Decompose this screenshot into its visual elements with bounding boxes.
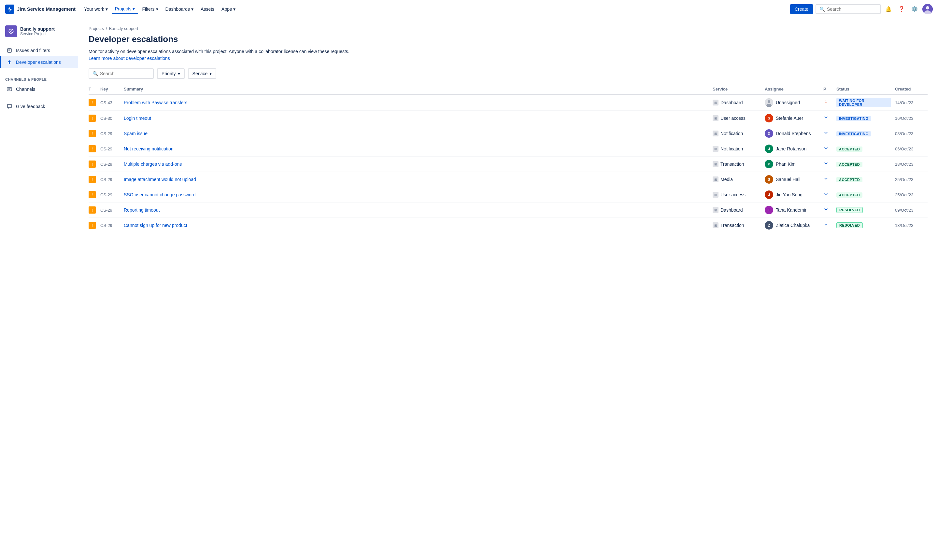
issue-summary-link[interactable]: Problem with Paywise transfers (124, 100, 187, 105)
created-date: 16/Oct/23 (895, 116, 913, 121)
table-row: !CS-29Not receiving notification⊞Notific… (89, 141, 927, 157)
avatar (765, 98, 773, 107)
avatar: S (765, 175, 773, 184)
col-header-summary: Summary (124, 84, 713, 94)
logo-text: Jira Service Management (17, 6, 75, 12)
table-header: T Key Summary Service Assignee P Status … (89, 84, 927, 94)
priority-icon (823, 192, 829, 198)
issue-summary-link[interactable]: Multiple charges via add-ons (124, 162, 182, 167)
avatar: P (765, 160, 773, 168)
issue-key: CS-29 (100, 131, 112, 136)
issues-icon (6, 47, 13, 54)
created-date: 18/Oct/23 (895, 162, 913, 167)
avatar: J (765, 145, 773, 153)
logo[interactable]: Jira Service Management (5, 5, 75, 14)
nav-filters[interactable]: Filters ▾ (139, 5, 161, 14)
nav-projects[interactable]: Projects ▾ (112, 4, 139, 14)
status-badge: RESOLVED (836, 207, 863, 213)
issue-summary-link[interactable]: Cannot sign up for new product (124, 223, 187, 228)
sidebar-item-feedback[interactable]: Give feedback (0, 101, 78, 112)
assignee-cell: TTaha Kandemir (765, 206, 819, 214)
assignee-name: Taha Kandemir (776, 208, 806, 212)
nav-assets[interactable]: Assets (197, 5, 217, 14)
nav-apps[interactable]: Apps ▾ (218, 5, 239, 14)
learn-more-link[interactable]: Learn more about developer escalations (89, 56, 170, 61)
notifications-button[interactable]: 🔔 (883, 4, 894, 14)
priority-filter[interactable]: Priority ▾ (157, 68, 185, 79)
feedback-icon (6, 103, 13, 110)
sidebar-item-escalations[interactable]: Developer escalations (0, 56, 78, 68)
issue-summary-link[interactable]: Spam issue (124, 131, 148, 136)
topnav-nav: Your work ▾ Projects ▾ Filters ▾ Dashboa… (81, 4, 239, 14)
assignee-name: Jie Yan Song (776, 192, 802, 197)
status-badge: INVESTIGATING (836, 116, 871, 121)
search-input[interactable] (827, 6, 877, 12)
col-header-service: Service (713, 84, 765, 94)
sidebar-item-channels-label: Channels (16, 87, 35, 92)
assignee-cell: PPhan Kim (765, 160, 819, 168)
issue-key: CS-30 (100, 116, 112, 121)
status-badge: INVESTIGATING (836, 131, 871, 137)
filter-search-box[interactable]: 🔍 (89, 68, 154, 79)
issue-type-icon: ! (89, 206, 96, 214)
search-icon: 🔍 (819, 6, 825, 12)
service-filter[interactable]: Service ▾ (188, 68, 217, 79)
sidebar-item-feedback-label: Give feedback (16, 104, 45, 109)
priority-icon (823, 131, 829, 137)
user-avatar[interactable] (923, 4, 933, 14)
issue-summary-link[interactable]: Not receiving notification (124, 146, 174, 151)
issue-summary-link[interactable]: Reporting timeout (124, 208, 160, 212)
sidebar-item-channels[interactable]: Channels (0, 83, 78, 95)
assignee-name: Zlatica Chalupka (776, 223, 810, 228)
status-badge: ACCEPTED (836, 162, 863, 167)
issue-key: CS-29 (100, 146, 112, 151)
issue-summary-link[interactable]: Login timeout (124, 115, 151, 121)
filter-search-input[interactable] (100, 71, 150, 76)
service-name: Dashboard (721, 208, 743, 212)
service-icon: ⊞ (713, 207, 718, 213)
nav-dashboards[interactable]: Dashboards ▾ (162, 5, 197, 14)
filter-search-icon: 🔍 (92, 71, 98, 76)
nav-your-work[interactable]: Your work ▾ (81, 5, 111, 14)
sidebar-item-issues[interactable]: Issues and filters (0, 45, 78, 56)
issue-summary-link[interactable]: Image attachment would not upload (124, 177, 196, 182)
status-badge: RESOLVED (836, 222, 863, 228)
table-row: !CS-29Reporting timeout⊞DashboardTTaha K… (89, 203, 927, 218)
chevron-down-icon: ▾ (191, 6, 194, 12)
created-date: 09/Oct/23 (895, 208, 913, 212)
issue-summary-link[interactable]: SSO user cannot change password (124, 192, 196, 197)
col-header-t: T (89, 84, 100, 94)
service-cell: ⊞Transaction (713, 222, 761, 228)
service-icon: ⊞ (713, 115, 718, 121)
priority-icon (823, 100, 829, 106)
table-row: !CS-29Spam issue⊞NotificationDDonald Ste… (89, 126, 927, 141)
main-content: Projects / Banc.ly support Developer esc… (78, 18, 938, 560)
breadcrumb-project-name[interactable]: Banc.ly support (109, 26, 139, 31)
assignee-name: Jane Rotanson (776, 146, 806, 151)
help-button[interactable]: ❓ (896, 4, 907, 14)
chevron-down-icon: ▾ (178, 71, 180, 76)
priority-icon (823, 146, 829, 152)
assignee-name: Phan Kim (776, 162, 796, 167)
issue-type-icon: ! (89, 191, 96, 198)
create-button[interactable]: Create (790, 4, 813, 14)
status-badge: ACCEPTED (836, 177, 863, 182)
issue-key: CS-29 (100, 192, 112, 197)
settings-button[interactable]: ⚙️ (909, 4, 920, 14)
col-header-status: Status (836, 84, 895, 94)
service-name: Notification (721, 131, 743, 136)
channels-section-title: CHANNELS & PEOPLE (0, 74, 78, 83)
assignee-name: Stefanie Auer (776, 115, 803, 121)
assignee-cell: SSamuel Hall (765, 175, 819, 184)
service-name: Media (721, 177, 733, 182)
assignee-name: Donald Stephens (776, 131, 811, 136)
table-row: !CS-43Problem with Paywise transfers⊞Das… (89, 94, 927, 111)
search-bar[interactable]: 🔍 (816, 4, 881, 14)
service-icon: ⊞ (713, 100, 718, 106)
service-icon: ⊞ (713, 222, 718, 228)
avatar: S (765, 114, 773, 122)
project-icon (5, 25, 17, 37)
page-title: Developer escalations (89, 34, 927, 44)
avatar: T (765, 206, 773, 214)
breadcrumb-projects[interactable]: Projects (89, 26, 104, 31)
